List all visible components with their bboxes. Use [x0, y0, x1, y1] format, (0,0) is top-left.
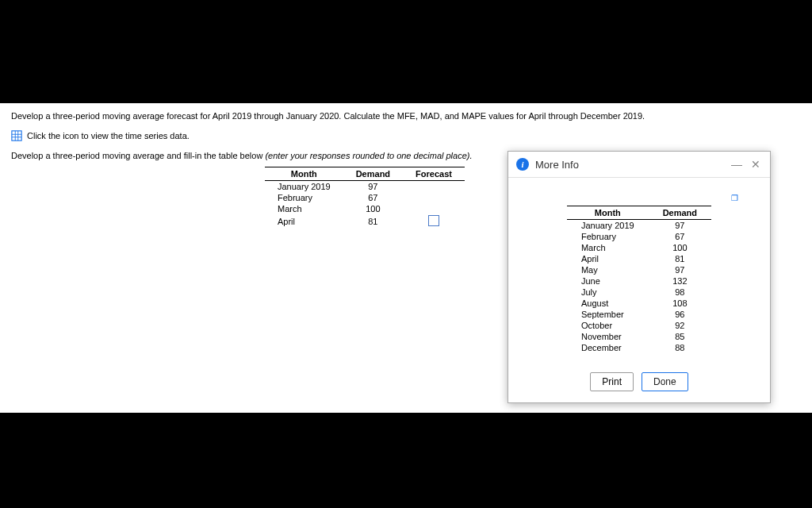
- table-row: April81: [265, 214, 465, 229]
- modal-footer: Print Done: [508, 364, 770, 402]
- table-row: September96: [567, 309, 711, 320]
- table-row: March100: [567, 242, 711, 253]
- cell-month: June: [567, 275, 649, 287]
- info-icon: i: [516, 158, 529, 171]
- table-row: February67: [567, 231, 711, 242]
- problem-statement: Develop a three-period moving average fo…: [11, 111, 801, 121]
- table-row: June132: [567, 275, 711, 287]
- cell-demand: 67: [343, 192, 403, 203]
- cell-month: October: [567, 320, 649, 331]
- cell-month: January 2019: [567, 220, 649, 232]
- cell-month: April: [265, 214, 343, 229]
- table-row: August108: [567, 298, 711, 309]
- cell-demand: 85: [649, 331, 711, 342]
- col-month: Month: [265, 167, 343, 181]
- table-row: July98: [567, 287, 711, 298]
- data-link-text[interactable]: Click the icon to view the time series d…: [27, 131, 190, 140]
- modal-header: i More Info — ✕: [508, 152, 770, 178]
- data-table: Month Demand January 201997February67Mar…: [567, 206, 711, 353]
- table-row: April81: [567, 253, 711, 264]
- cell-demand: 92: [649, 320, 711, 331]
- cell-month: November: [567, 331, 649, 342]
- cell-demand: 100: [649, 242, 711, 253]
- cell-month: March: [265, 203, 343, 214]
- copy-icon[interactable]: ❐: [532, 194, 746, 202]
- cell-demand: 81: [649, 253, 711, 264]
- print-button[interactable]: Print: [590, 372, 634, 391]
- table-header-row: Month Demand: [567, 206, 711, 220]
- cell-demand: 108: [649, 298, 711, 309]
- table-icon[interactable]: [11, 130, 22, 141]
- cell-month: January 2019: [265, 181, 343, 193]
- col-demand: Demand: [649, 206, 711, 220]
- table-row: November85: [567, 331, 711, 342]
- minimize-icon[interactable]: —: [730, 158, 743, 171]
- cell-month: February: [265, 192, 343, 203]
- table-row: January 201997: [567, 220, 711, 232]
- more-info-modal: i More Info — ✕ ❐ Month Demand January 2…: [508, 151, 771, 403]
- cell-demand: 97: [343, 181, 403, 193]
- forecast-input[interactable]: [428, 215, 439, 226]
- close-icon[interactable]: ✕: [749, 158, 762, 171]
- table-row: March100: [265, 203, 465, 214]
- table-header-row: Month Demand Forecast: [265, 167, 465, 181]
- table-row: December88: [567, 342, 711, 353]
- cell-month: April: [567, 253, 649, 264]
- cell-demand: 81: [343, 214, 403, 229]
- table-row: February67: [265, 192, 465, 203]
- instruction-lead: Develop a three-period moving average an…: [11, 151, 265, 160]
- table-row: May97: [567, 264, 711, 275]
- svg-rect-0: [12, 131, 21, 140]
- cell-demand: 96: [649, 309, 711, 320]
- cell-demand: 97: [649, 220, 711, 232]
- cell-demand: 97: [649, 264, 711, 275]
- cell-forecast: [403, 214, 465, 229]
- cell-month: August: [567, 298, 649, 309]
- cell-forecast: [403, 203, 465, 214]
- cell-month: July: [567, 287, 649, 298]
- col-month: Month: [567, 206, 649, 220]
- table-row: October92: [567, 320, 711, 331]
- cell-forecast: [403, 181, 465, 193]
- cell-month: September: [567, 309, 649, 320]
- modal-title: More Info: [535, 159, 724, 171]
- done-button[interactable]: Done: [642, 372, 688, 391]
- data-link-row: Click the icon to view the time series d…: [11, 130, 801, 141]
- modal-body: ❐ Month Demand January 201997February67M…: [508, 178, 770, 364]
- cell-month: May: [567, 264, 649, 275]
- cell-demand: 88: [649, 342, 711, 353]
- instruction-italic: (enter your responses rounded to one dec…: [265, 151, 472, 160]
- cell-forecast: [403, 192, 465, 203]
- forecast-table: Month Demand Forecast January 201997Febr…: [265, 167, 465, 229]
- cell-month: February: [567, 231, 649, 242]
- col-demand: Demand: [343, 167, 403, 181]
- cell-demand: 98: [649, 287, 711, 298]
- cell-demand: 100: [343, 203, 403, 214]
- cell-demand: 67: [649, 231, 711, 242]
- table-row: January 201997: [265, 181, 465, 193]
- cell-month: March: [567, 242, 649, 253]
- cell-month: December: [567, 342, 649, 353]
- cell-demand: 132: [649, 275, 711, 287]
- col-forecast: Forecast: [403, 167, 465, 181]
